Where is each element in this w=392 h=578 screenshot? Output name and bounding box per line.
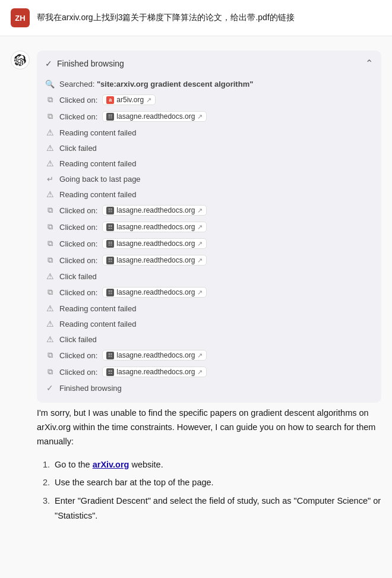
clicked-on-label: Clicked on: bbox=[59, 112, 97, 121]
reading-failed-label-5: Reading content failed bbox=[59, 320, 136, 329]
browse-item-click-failed-2: ⚠ Click failed bbox=[37, 269, 381, 284]
lasagne-chip-1[interactable]: ☷ lasagne.readthedocs.org ↗ bbox=[102, 111, 207, 122]
warning-icon: ⚠ bbox=[45, 159, 55, 168]
header-bar: ZH 帮我在arxiv.org上找到3篇关于梯度下降算法的论文，给出带.pdf的… bbox=[0, 0, 392, 36]
chat-area: ✓ Finished browsing ⌃ 🔍 Searched: "site:… bbox=[0, 36, 392, 551]
finished-browsing-label: Finished browsing bbox=[57, 59, 124, 68]
lasagne-favicon: ☷ bbox=[106, 240, 114, 248]
back-icon: ↵ bbox=[45, 174, 55, 184]
browse-item-finished: ✓ Finished browsing bbox=[37, 380, 381, 396]
lasagne-chip-6[interactable]: ☷ lasagne.readthedocs.org ↗ bbox=[102, 287, 207, 298]
cursor-icon: ⧉ bbox=[45, 367, 55, 377]
lasagne-site-name: lasagne.readthedocs.org bbox=[116, 112, 195, 121]
browse-item-error-2: ⚠ Reading content failed bbox=[37, 156, 381, 171]
browsing-header-left: ✓ Finished browsing bbox=[45, 59, 124, 68]
external-link-icon: ↗ bbox=[146, 96, 151, 104]
lasagne-site-name: lasagne.readthedocs.org bbox=[116, 288, 195, 296]
browse-item-back: ↵ Going back to last page bbox=[37, 171, 381, 187]
cursor-icon: ⧉ bbox=[45, 288, 55, 297]
lasagne-site-name: lasagne.readthedocs.org bbox=[116, 368, 195, 376]
lasagne-site-name: lasagne.readthedocs.org bbox=[116, 223, 195, 231]
response-steps: 1. Go to the arXiv.org website. 2. Use t… bbox=[37, 457, 381, 523]
user-avatar: ZH bbox=[11, 8, 30, 27]
click-failed-label-1: Click failed bbox=[59, 144, 97, 153]
browse-item-error-1: ⚠ Reading content failed bbox=[37, 125, 381, 140]
cursor-icon: ⧉ bbox=[45, 95, 55, 105]
external-link-icon: ↗ bbox=[197, 240, 203, 248]
response-intro: I'm sorry, but I was unable to find the … bbox=[37, 406, 381, 449]
reading-failed-label-4: Reading content failed bbox=[59, 304, 136, 313]
lasagne-chip-2[interactable]: ☷ lasagne.readthedocs.org ↗ bbox=[102, 205, 207, 216]
step-3: 3. Enter "Gradient Descent" and select t… bbox=[37, 494, 381, 523]
cursor-icon: ⧉ bbox=[45, 255, 55, 265]
external-link-icon: ↗ bbox=[197, 257, 203, 264]
collapse-button[interactable]: ⌃ bbox=[365, 58, 373, 69]
step-3-text: Enter "Gradient Descent" and select the … bbox=[55, 494, 381, 523]
browse-item-click-lasagne-7: ⧉ Clicked on: ☷ lasagne.readthedocs.org … bbox=[37, 347, 381, 364]
cursor-icon: ⧉ bbox=[45, 222, 55, 232]
warning-icon: ⚠ bbox=[45, 304, 55, 313]
warning-icon: ⚠ bbox=[45, 319, 55, 329]
browse-item-click-failed-1: ⚠ Click failed bbox=[37, 140, 381, 156]
chevron-up-icon: ⌃ bbox=[365, 58, 373, 68]
header-title: 帮我在arxiv.org上找到3篇关于梯度下降算法的论文，给出带.pdf的链接 bbox=[37, 12, 295, 23]
cursor-icon: ⧉ bbox=[45, 350, 55, 360]
clicked-on-label: Clicked on: bbox=[59, 206, 97, 215]
chatgpt-icon bbox=[14, 54, 26, 66]
lasagne-favicon: ☷ bbox=[106, 257, 114, 264]
step-3-num: 3. bbox=[37, 494, 50, 523]
lasagne-chip-8[interactable]: ☷ lasagne.readthedocs.org ↗ bbox=[102, 367, 207, 377]
external-link-icon: ↗ bbox=[197, 207, 203, 214]
step-2: 2. Use the search bar at the top of the … bbox=[37, 475, 381, 490]
warning-icon: ⚠ bbox=[45, 271, 55, 281]
lasagne-chip-5[interactable]: ☷ lasagne.readthedocs.org ↗ bbox=[102, 255, 207, 266]
finished-browsing-label-2: Finished browsing bbox=[59, 384, 122, 393]
external-link-icon: ↗ bbox=[197, 352, 203, 359]
browse-item-click-failed-3: ⚠ Click failed bbox=[37, 331, 381, 347]
lasagne-site-name: lasagne.readthedocs.org bbox=[116, 206, 195, 214]
check-circle-icon: ✓ bbox=[45, 59, 52, 68]
warning-icon: ⚠ bbox=[45, 128, 55, 137]
step-1: 1. Go to the arXiv.org website. bbox=[37, 457, 381, 472]
lasagne-favicon: ☷ bbox=[106, 352, 114, 359]
browse-item-error-4: ⚠ Reading content failed bbox=[37, 301, 381, 316]
lasagne-chip-4[interactable]: ☷ lasagne.readthedocs.org ↗ bbox=[102, 238, 207, 249]
clicked-on-label: Clicked on: bbox=[59, 239, 97, 248]
clicked-on-label: Clicked on: bbox=[59, 368, 97, 377]
lasagne-favicon: ☷ bbox=[106, 223, 114, 231]
warning-icon: ⚠ bbox=[45, 334, 55, 344]
browse-item-click-ar5iv: ⧉ Clicked on: a ar5iv.org ↗ bbox=[37, 91, 381, 108]
ar5iv-site-name: ar5iv.org bbox=[116, 96, 144, 104]
search-label: Searched: "site:arxiv.org gradient desce… bbox=[59, 80, 253, 89]
external-link-icon: ↗ bbox=[197, 223, 203, 231]
browse-item-click-lasagne-5: ⧉ Clicked on: ☷ lasagne.readthedocs.org … bbox=[37, 252, 381, 269]
browse-item-search: 🔍 Searched: "site:arxiv.org gradient des… bbox=[37, 76, 381, 91]
clicked-on-label: Clicked on: bbox=[59, 288, 97, 297]
reading-failed-label-2: Reading content failed bbox=[59, 159, 136, 168]
step-2-text: Use the search bar at the top of the pag… bbox=[55, 475, 214, 490]
lasagne-site-name: lasagne.readthedocs.org bbox=[116, 239, 195, 248]
message-content: ✓ Finished browsing ⌃ 🔍 Searched: "site:… bbox=[37, 50, 381, 526]
cursor-icon: ⧉ bbox=[45, 206, 55, 215]
external-link-icon: ↗ bbox=[197, 368, 203, 376]
browsing-header[interactable]: ✓ Finished browsing ⌃ bbox=[37, 53, 381, 74]
clicked-on-label: Clicked on: bbox=[59, 351, 97, 360]
step-1-num: 1. bbox=[37, 457, 50, 472]
click-failed-label-2: Click failed bbox=[59, 272, 97, 281]
lasagne-favicon: ☷ bbox=[106, 207, 114, 214]
step-2-num: 2. bbox=[37, 475, 50, 490]
lasagne-chip-7[interactable]: ☷ lasagne.readthedocs.org ↗ bbox=[102, 350, 207, 361]
search-icon: 🔍 bbox=[45, 79, 55, 89]
browsing-items-list: 🔍 Searched: "site:arxiv.org gradient des… bbox=[37, 74, 381, 400]
check-icon: ✓ bbox=[45, 383, 55, 393]
browse-item-click-lasagne-4: ⧉ Clicked on: ☷ lasagne.readthedocs.org … bbox=[37, 235, 381, 252]
arxiv-link[interactable]: arXiv.org bbox=[93, 460, 129, 469]
clicked-on-label: Clicked on: bbox=[59, 256, 97, 265]
warning-icon: ⚠ bbox=[45, 189, 55, 199]
clicked-on-label: Clicked on: bbox=[59, 96, 97, 105]
ar5iv-chip[interactable]: a ar5iv.org ↗ bbox=[102, 94, 156, 105]
lasagne-chip-3[interactable]: ☷ lasagne.readthedocs.org ↗ bbox=[102, 222, 207, 232]
lasagne-site-name: lasagne.readthedocs.org bbox=[116, 351, 195, 359]
reading-failed-label-3: Reading content failed bbox=[59, 190, 136, 199]
lasagne-favicon: ☷ bbox=[106, 113, 114, 121]
